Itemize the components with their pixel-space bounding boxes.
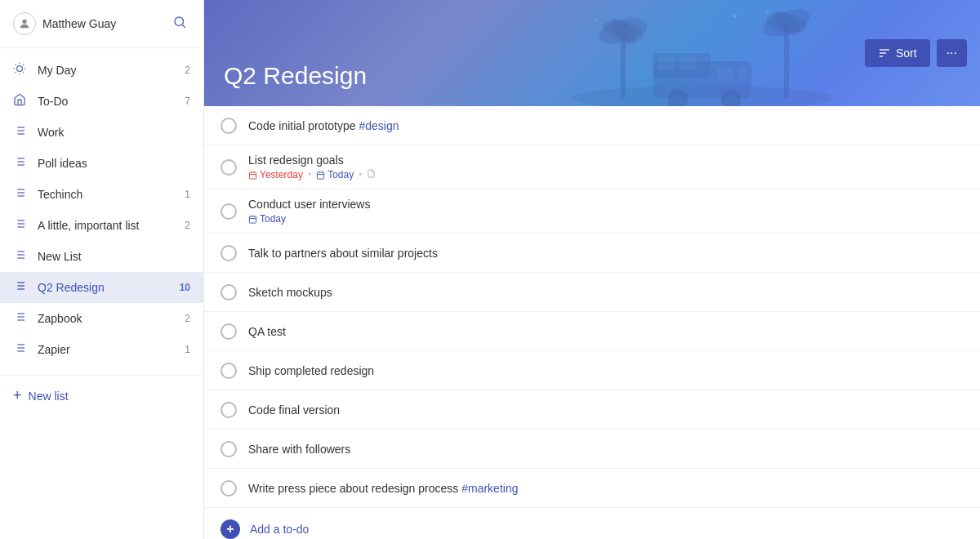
task-checkbox[interactable] xyxy=(220,363,237,379)
task-content: Code initial prototype #design xyxy=(248,110,964,141)
task-checkbox[interactable] xyxy=(220,118,237,134)
list-icon xyxy=(13,279,29,296)
sidebar-item-new-list-entry[interactable]: New List xyxy=(0,241,203,272)
add-icon: + xyxy=(220,519,240,539)
task-content: Write press piece about redesign process… xyxy=(248,473,964,504)
svg-rect-74 xyxy=(738,67,746,80)
task-text: Ship completed redesign xyxy=(248,364,374,377)
task-checkbox[interactable] xyxy=(220,402,237,418)
meta-dot: • xyxy=(308,169,311,180)
svg-line-2 xyxy=(182,24,185,27)
add-todo-row[interactable]: + Add a to-do xyxy=(204,508,980,539)
task-tag: #design xyxy=(359,119,399,132)
task-content: List redesign goals Yesterday • Today • xyxy=(248,145,964,189)
task-item[interactable]: Share with followers xyxy=(204,430,980,469)
task-content: Code final version xyxy=(248,394,964,425)
sidebar-divider xyxy=(0,375,203,376)
task-item[interactable]: Code final version xyxy=(204,390,980,430)
sidebar-item-count: 7 xyxy=(185,96,190,107)
sidebar: Matthew Guay My Day 2 To-Do 7 Wo xyxy=(0,0,204,539)
task-content: Ship completed redesign xyxy=(248,355,964,386)
sidebar-item-label: Techinch xyxy=(38,188,176,201)
sidebar-item-poll-ideas[interactable]: Poll ideas xyxy=(0,148,203,179)
task-checkbox[interactable] xyxy=(220,245,237,261)
header-actions: Sort ··· xyxy=(865,39,967,67)
task-meta: Yesterday • Today • xyxy=(248,169,964,180)
svg-point-79 xyxy=(733,15,737,18)
sidebar-item-count: 2 xyxy=(185,313,190,324)
sidebar-item-label: Zapbook xyxy=(38,312,176,325)
task-text: QA test xyxy=(248,325,286,338)
svg-line-11 xyxy=(23,65,24,65)
sidebar-item-a-little-important[interactable]: A little, important list 2 xyxy=(0,210,203,241)
task-item[interactable]: QA test xyxy=(204,312,980,351)
sidebar-item-count: 10 xyxy=(180,282,190,293)
main-header: Q2 Redesign Sort ··· xyxy=(204,0,980,106)
sidebar-item-label: Poll ideas xyxy=(38,157,190,170)
sidebar-item-count: 2 xyxy=(185,220,190,231)
task-checkbox[interactable] xyxy=(220,203,237,220)
new-list-button[interactable]: + New list xyxy=(0,379,203,412)
svg-line-7 xyxy=(23,72,24,73)
task-item[interactable]: List redesign goals Yesterday • Today • xyxy=(204,145,980,189)
task-list: Code initial prototype #design List rede… xyxy=(204,106,980,539)
header-illustration xyxy=(572,0,833,106)
meta-note xyxy=(367,169,376,180)
task-text: Talk to partners about similar projects xyxy=(248,247,438,260)
sidebar-item-to-do[interactable]: To-Do 7 xyxy=(0,86,203,117)
meta-date-yesterday: Yesterday xyxy=(248,169,303,180)
task-item[interactable]: Sketch mockups xyxy=(204,273,980,312)
avatar xyxy=(13,12,36,35)
task-item[interactable]: Ship completed redesign xyxy=(204,351,980,390)
task-item[interactable]: Talk to partners about similar projects xyxy=(204,234,980,273)
task-content: QA test xyxy=(248,316,964,347)
sidebar-item-label: A little, important list xyxy=(38,219,176,232)
task-text: Code final version xyxy=(248,403,340,416)
sidebar-item-zapier[interactable]: Zapier 1 xyxy=(0,334,203,365)
svg-rect-72 xyxy=(679,57,696,70)
svg-point-0 xyxy=(22,20,26,24)
sidebar-item-techinch[interactable]: Techinch 1 xyxy=(0,179,203,210)
svg-point-81 xyxy=(800,20,801,21)
add-todo-label: Add a to-do xyxy=(250,523,309,536)
task-meta: Today xyxy=(248,213,964,225)
task-checkbox[interactable] xyxy=(220,480,237,497)
task-text: Share with followers xyxy=(248,443,350,456)
more-options-button[interactable]: ··· xyxy=(937,39,967,67)
list-icon xyxy=(13,124,29,140)
task-text: List redesign goals xyxy=(248,154,964,167)
task-checkbox[interactable] xyxy=(220,159,237,176)
task-checkbox[interactable] xyxy=(220,284,237,301)
task-text: Write press piece about redesign process xyxy=(248,482,461,495)
sidebar-item-work[interactable]: Work xyxy=(0,117,203,148)
search-button[interactable] xyxy=(169,11,190,36)
task-checkbox[interactable] xyxy=(220,441,237,457)
svg-rect-94 xyxy=(249,216,256,222)
list-icon xyxy=(13,186,29,203)
svg-rect-90 xyxy=(318,172,324,178)
sidebar-item-zapbook[interactable]: Zapbook 2 xyxy=(0,303,203,334)
svg-rect-65 xyxy=(784,24,789,98)
sidebar-item-q2-redesign[interactable]: Q2 Redesign 10 xyxy=(0,272,203,303)
sidebar-item-count: 1 xyxy=(185,189,190,200)
svg-rect-73 xyxy=(717,67,733,80)
sidebar-item-my-day[interactable]: My Day 2 xyxy=(0,55,203,86)
plus-icon: + xyxy=(13,387,22,404)
task-content: Sketch mockups xyxy=(248,277,964,308)
sun-icon xyxy=(13,62,29,78)
sort-label: Sort xyxy=(896,47,917,60)
meta-date-today: Today xyxy=(248,213,286,225)
task-item[interactable]: Conduct user interviews Today xyxy=(204,189,980,234)
sort-button[interactable]: Sort xyxy=(865,39,930,67)
task-checkbox[interactable] xyxy=(220,323,237,340)
task-item[interactable]: Write press piece about redesign process… xyxy=(204,469,980,508)
sidebar-item-label: To-Do xyxy=(38,95,176,108)
svg-rect-86 xyxy=(249,172,256,178)
task-item[interactable]: Code initial prototype #design xyxy=(204,106,980,145)
sidebar-item-label: New List xyxy=(38,250,190,263)
svg-line-6 xyxy=(16,65,16,65)
user-profile[interactable]: Matthew Guay xyxy=(13,12,116,35)
sidebar-nav: My Day 2 To-Do 7 Work Poll ideas xyxy=(0,48,203,372)
task-text: Code initial prototype xyxy=(248,119,359,132)
task-content: Talk to partners about similar projects xyxy=(248,238,964,269)
